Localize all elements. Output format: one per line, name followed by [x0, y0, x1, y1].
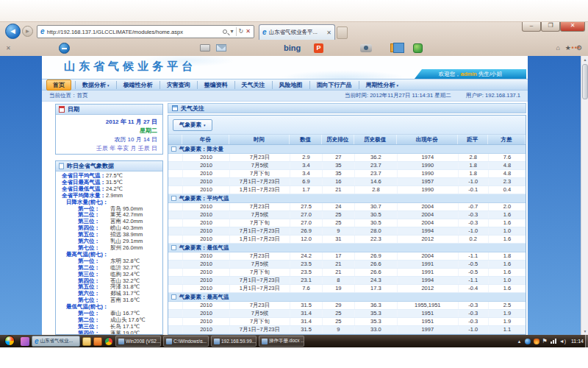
toolbar-close-icon[interactable]: ✕ — [6, 45, 11, 52]
hidden-icons-chevron[interactable]: ▲ — [517, 339, 522, 344]
active-task-button[interactable]: e山东省气候业... — [32, 336, 80, 347]
search-dropdown-icon[interactable]: ▾ — [231, 26, 234, 38]
flame-tray-icon[interactable] — [534, 339, 539, 344]
table-row[interactable]: 20107月5候27.02530.52004-0.31.6 — [168, 211, 526, 219]
tray-clock[interactable]: 11:14 — [571, 339, 584, 344]
browser-tab[interactable]: e 山东省气候业务平... ✕ — [259, 24, 335, 40]
table-row[interactable]: 20101月1日~7月23日12.03122.320120.21.6 — [168, 236, 526, 244]
table-row[interactable]: 20107月1日~7月23日23.1824.31994-1.11.0 — [168, 277, 526, 285]
search-icon[interactable] — [223, 29, 227, 34]
stop-icon[interactable]: ✕ — [245, 26, 251, 38]
group-header[interactable]: 气象要素：最低气温 — [168, 244, 526, 252]
table-row[interactable]: 20107月1日~7月23日31.5933.01997-1.01.1 — [168, 326, 526, 334]
forward-button[interactable]: ► — [22, 26, 33, 37]
rain-rank-item: 第五位：招远 38.9mm — [56, 232, 162, 238]
task-button[interactable]: 操作手册.docx ... — [259, 336, 304, 347]
cell-extreme-year: 1994 — [397, 277, 458, 284]
minimize-button[interactable]: – — [522, 22, 541, 32]
nav-item-risk-map[interactable]: 风险地图 — [272, 81, 309, 89]
table-row[interactable]: 20101月1日~7月23日7.61917.32012-0.41.6 — [168, 285, 526, 293]
cell-rank: 19 — [322, 285, 354, 292]
cell-anomaly: -1.0 — [458, 326, 488, 333]
column-header[interactable]: 数值 — [290, 135, 322, 144]
refresh-icon[interactable]: ↻ — [239, 26, 244, 38]
table-row[interactable]: 20107月23日2.92736.219742.87.6 — [168, 154, 526, 162]
nav-item-compiled-data[interactable]: 整编资料 — [197, 81, 234, 89]
task-button[interactable]: Win2008 (VS2... — [115, 336, 161, 347]
action-center-flag-icon[interactable]: ⚑ — [542, 338, 548, 344]
table-row[interactable]: 20107月下旬23.52126.61991-0.51.6 — [168, 269, 526, 277]
photos-icon[interactable] — [390, 43, 400, 52]
expand-icon[interactable] — [171, 245, 176, 250]
group-header[interactable]: 气象要素：最高气温 — [168, 293, 526, 302]
tab-close-icon[interactable]: ✕ — [326, 29, 331, 36]
network-bars-icon[interactable] — [551, 339, 556, 344]
expand-icon[interactable] — [171, 294, 176, 300]
nav-item-disaster-query[interactable]: 灾害查询 — [159, 81, 197, 89]
rain-rank-item: 第三位：莒南 42.0mm — [56, 219, 162, 225]
nav-item-extreme-analysis[interactable]: 极端性分析 — [116, 81, 159, 89]
nav-item-data-analysis[interactable]: 数据分析▾ — [75, 81, 116, 89]
cell-extreme-year: 1991 — [397, 269, 458, 276]
nav-item-home[interactable]: 首页 — [46, 79, 71, 91]
table-row[interactable]: 20107月下旬3.43523.719901.84.8 — [168, 170, 526, 178]
column-header[interactable]: 历史极值 — [354, 135, 397, 144]
table-row[interactable]: 20107月下旬27.02530.52004-0.31.6 — [168, 219, 526, 227]
group-header[interactable]: 气象要素：降水量 — [168, 145, 526, 154]
address-bar[interactable]: e http://192.168.137.1/GLCCLIMATE/module… — [37, 25, 254, 38]
table-row[interactable]: 20107月5候31.42535.31951-0.31.9 — [168, 310, 526, 318]
task-button[interactable]: 192.168.59.99... — [211, 336, 257, 347]
table-row[interactable]: 20107月23日24.21726.92004-1.11.8 — [168, 252, 526, 261]
table-row[interactable]: 20107月5候23.52126.61991-0.51.6 — [168, 261, 526, 269]
nav-item-weather-watch[interactable]: 天气关注 — [234, 81, 272, 89]
table-row[interactable]: 20107月1日~7月23日26.9928.01994-1.01.0 — [168, 227, 526, 236]
table-row[interactable]: 20107月1日~7月23日6.91614.61957-1.02.3 — [168, 178, 526, 186]
cell-year: 2010 — [182, 285, 229, 292]
browser-app-icon[interactable] — [104, 337, 113, 346]
column-header[interactable]: 距平 — [458, 135, 488, 144]
task-button[interactable]: C:\Windows\s... — [163, 336, 209, 347]
column-header[interactable]: 年份 — [182, 135, 229, 144]
maximize-button[interactable]: ❐ — [541, 22, 560, 32]
scrollbar-thumb[interactable] — [582, 64, 588, 99]
nav-item-downstream-products[interactable]: 面向下行产品 — [309, 81, 359, 89]
table-row[interactable]: 20107月23日27.52430.72004-0.72.0 — [168, 203, 526, 211]
cell-anomaly: 0.2 — [458, 236, 488, 243]
show-desktop-button[interactable] — [585, 335, 588, 347]
scroll-down-arrow[interactable]: ▼ — [581, 329, 588, 333]
group-header[interactable]: 气象要素：平均气温 — [168, 194, 526, 203]
network-globe-icon[interactable] — [525, 339, 531, 344]
column-header[interactable]: 历史排位 — [322, 135, 354, 144]
scroll-up-arrow[interactable]: ▲ — [581, 57, 588, 62]
column-header[interactable]: 方差 — [488, 135, 526, 144]
bing-logo[interactable]: bing — [284, 43, 301, 52]
table-row[interactable]: 20107月23日31.52936.31955,1951-0.32.5 — [168, 302, 526, 310]
camera-icon[interactable] — [360, 44, 372, 52]
pinyin-p-icon[interactable]: P — [314, 43, 323, 53]
expand-icon[interactable] — [171, 196, 176, 201]
pinned-app-icon-orange[interactable] — [93, 337, 102, 346]
mail-icon[interactable] — [216, 44, 226, 52]
back-button[interactable]: ◄ — [5, 24, 21, 39]
more-tools-dots[interactable]: ••• — [572, 44, 581, 52]
url-text: http://192.168.137.1/GLCCLIMATE/modules/… — [47, 29, 220, 35]
explorer-icon[interactable] — [82, 337, 91, 346]
expand-icon[interactable] — [171, 146, 176, 152]
vertical-scrollbar[interactable]: ▲ ▼ — [581, 56, 588, 335]
cell-value: 27.5 — [290, 203, 322, 210]
column-header[interactable]: 出现年份 — [397, 135, 458, 144]
close-button[interactable]: ✕ — [560, 22, 585, 32]
column-header[interactable]: 时间 — [229, 135, 290, 144]
volume-icon[interactable]: ◄) — [559, 339, 566, 344]
card-icon[interactable] — [200, 44, 210, 52]
element-filter-button[interactable]: 气象要素▾ — [173, 119, 212, 131]
start-button[interactable] — [4, 336, 15, 346]
table-row[interactable]: 20101月1日~7月23日1.7212.81990-0.10.4 — [168, 186, 526, 194]
pinned-app-icon[interactable] — [21, 337, 29, 346]
nav-item-periodic-analysis[interactable]: 周期性分析▾ — [359, 81, 406, 89]
table-row[interactable]: 20107月5候3.43523.719901.84.8 — [168, 162, 526, 170]
green-plugin-icon[interactable] — [413, 43, 423, 53]
table-row[interactable]: 20107月下旬31.42535.31951-0.31.9 — [168, 318, 526, 326]
new-tab-button[interactable] — [337, 26, 348, 39]
plugin-badge-icon[interactable] — [59, 43, 70, 54]
